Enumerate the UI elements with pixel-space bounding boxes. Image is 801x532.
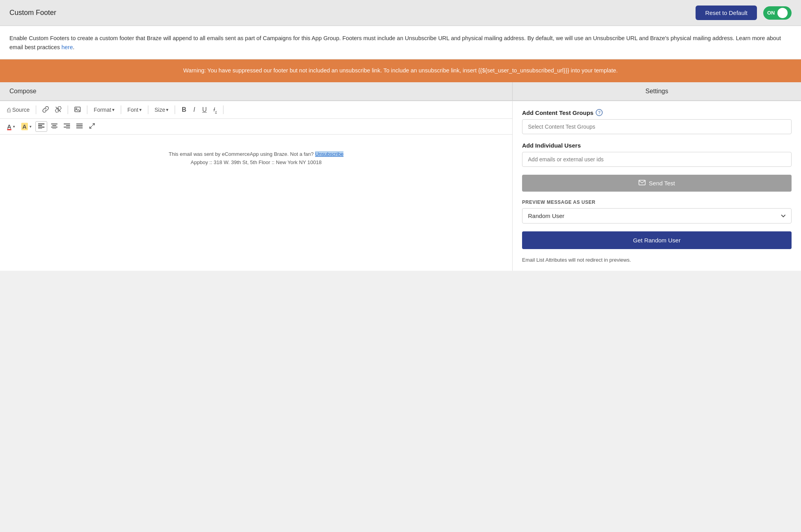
enable-toggle[interactable]: ON xyxy=(763,6,792,20)
preview-section: PREVIEW MESSAGE AS USER Random User Spec… xyxy=(522,200,792,224)
settings-section-header: Settings xyxy=(513,82,801,100)
expand-icon xyxy=(89,123,95,130)
send-test-label: Send Test xyxy=(649,180,675,187)
format-chevron-icon: ▾ xyxy=(112,107,114,113)
size-chevron-icon: ▾ xyxy=(166,107,168,113)
settings-note: Email List Attributes will not redirect … xyxy=(522,257,792,263)
unlink-icon xyxy=(55,106,61,114)
divider-7 xyxy=(223,105,223,114)
align-right-icon xyxy=(64,123,70,130)
image-icon xyxy=(74,106,81,114)
size-label: Size xyxy=(155,107,165,113)
individual-users-input[interactable] xyxy=(522,152,792,167)
italic-button[interactable]: I xyxy=(191,105,198,115)
unlink-button[interactable] xyxy=(53,105,64,115)
editor-settings-container: ⎙ Source xyxy=(0,101,801,271)
preview-label: PREVIEW MESSAGE AS USER xyxy=(522,200,792,205)
page-header: Custom Footer Reset to Default ON xyxy=(0,0,801,26)
link-icon xyxy=(42,106,49,114)
divider-5 xyxy=(148,105,148,114)
content-test-groups-section: Add Content Test Groups ? xyxy=(522,109,792,134)
individual-users-section: Add Individual Users xyxy=(522,142,792,167)
compose-section-header: Compose xyxy=(0,82,513,100)
content-test-groups-help-icon[interactable]: ? xyxy=(596,109,603,116)
toggle-knob xyxy=(777,8,788,18)
section-headers: Compose Settings xyxy=(0,82,801,101)
svg-rect-21 xyxy=(639,180,645,185)
preview-user-select[interactable]: Random User Specific User xyxy=(522,208,792,224)
font-label: Font xyxy=(127,107,138,113)
source-icon: ⎙ xyxy=(7,107,11,113)
send-test-button[interactable]: Send Test xyxy=(522,175,792,192)
description-period: . xyxy=(73,44,74,50)
font-color-chevron: ▾ xyxy=(13,124,15,129)
svg-point-2 xyxy=(76,108,77,109)
source-label: Source xyxy=(12,107,30,113)
justify-button[interactable] xyxy=(74,122,85,131)
bold-button[interactable]: B xyxy=(179,105,189,115)
font-dropdown[interactable]: Font ▾ xyxy=(125,105,144,114)
justify-icon xyxy=(76,123,83,130)
page-title: Custom Footer xyxy=(9,9,56,17)
format-label: Format xyxy=(94,107,111,113)
description-link[interactable]: here xyxy=(61,44,73,50)
header-actions: Reset to Default ON xyxy=(696,6,792,20)
align-left-button[interactable] xyxy=(35,121,47,132)
settings-area: Add Content Test Groups ? Add Individual… xyxy=(513,101,801,271)
clear-format-icon: Ix xyxy=(214,106,217,114)
highlight-color-icon: A xyxy=(21,123,28,130)
warning-bar: Warning: You have suppressed our footer … xyxy=(0,59,801,82)
link-button[interactable] xyxy=(40,105,51,115)
svg-line-0 xyxy=(56,107,61,112)
editor-content[interactable]: This email was sent by eCommerceApp usin… xyxy=(0,135,512,271)
divider-6 xyxy=(175,105,175,114)
editor-line1: This email was sent by eCommerceApp usin… xyxy=(169,150,343,159)
align-left-icon xyxy=(38,123,44,130)
editor-unsubscribe-link[interactable]: Unsubscribe xyxy=(315,151,343,157)
font-color-button[interactable]: A ▾ xyxy=(5,122,17,131)
underline-button[interactable]: U xyxy=(199,105,210,115)
content-test-groups-input[interactable] xyxy=(522,119,792,134)
clear-format-button[interactable]: Ix xyxy=(211,104,220,115)
toggle-label: ON xyxy=(767,10,775,16)
expand-button[interactable] xyxy=(87,121,98,132)
align-right-button[interactable] xyxy=(61,122,72,131)
content-test-groups-label: Add Content Test Groups ? xyxy=(522,109,792,116)
toolbar-row2: A ▾ A ▾ xyxy=(0,119,512,135)
font-color-icon: A xyxy=(7,123,11,130)
size-dropdown[interactable]: Size ▾ xyxy=(152,105,171,114)
toolbar-row1: ⎙ Source xyxy=(0,101,512,119)
divider-3 xyxy=(87,105,87,114)
individual-users-label: Add Individual Users xyxy=(522,142,792,149)
highlight-color-button[interactable]: A ▾ xyxy=(19,121,34,132)
divider-2 xyxy=(68,105,68,114)
envelope-icon xyxy=(639,180,646,187)
divider-1 xyxy=(36,105,36,114)
warning-text: Warning: You have suppressed our footer … xyxy=(183,67,618,74)
divider-4 xyxy=(121,105,121,114)
align-center-icon xyxy=(51,123,57,130)
editor-line2: Appboy :: 318 W. 39th St, 5th Floor :: N… xyxy=(191,159,322,167)
format-dropdown[interactable]: Format ▾ xyxy=(91,105,116,114)
highlight-color-chevron: ▾ xyxy=(30,124,31,129)
font-chevron-icon: ▾ xyxy=(139,107,142,113)
get-random-user-button[interactable]: Get Random User xyxy=(522,231,792,249)
align-center-button[interactable] xyxy=(49,122,60,131)
description-text: Enable Custom Footers to create a custom… xyxy=(9,35,781,50)
description-section: Enable Custom Footers to create a custom… xyxy=(0,26,801,59)
source-button[interactable]: ⎙ Source xyxy=(5,105,32,115)
compose-area: ⎙ Source xyxy=(0,101,513,271)
editor-text1: This email was sent by eCommerceApp usin… xyxy=(169,151,314,157)
image-button[interactable] xyxy=(72,105,83,115)
reset-to-default-button[interactable]: Reset to Default xyxy=(696,6,757,20)
